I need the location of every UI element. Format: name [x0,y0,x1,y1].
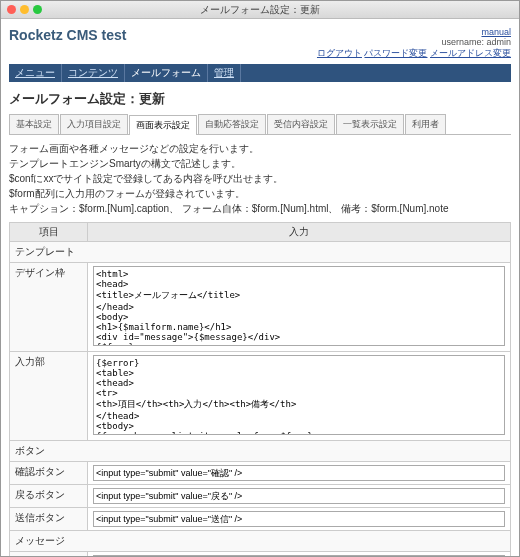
label-confirm-button: 確認ボタン [10,462,88,485]
link-mail-change[interactable]: メールアドレス変更 [430,48,511,58]
site-title: Rocketz CMS test [9,27,126,43]
section-button: ボタン [10,441,511,462]
nav-menu[interactable]: メニュー [9,64,62,82]
input-input-message[interactable] [93,555,505,556]
col-input: 入力 [88,223,511,242]
label-back-button: 戻るボタン [10,485,88,508]
link-manual[interactable]: manual [481,27,511,37]
textarea-design-frame[interactable] [93,266,505,346]
page-title: メールフォーム設定：更新 [9,90,511,108]
input-send-button[interactable] [93,511,505,527]
description: フォーム画面や各種メッセージなどの設定を行います。 テンプレートエンジンSmar… [9,141,511,216]
user-links: manual username: admin ログアウト パスワード変更 メール… [317,27,511,60]
nav-admin[interactable]: 管理 [208,64,241,82]
col-item: 項目 [10,223,88,242]
link-password-change[interactable]: パスワード変更 [364,48,427,58]
tab-autoreply[interactable]: 自動応答設定 [198,114,266,134]
textarea-input-part[interactable] [93,355,505,435]
tab-list[interactable]: 一覧表示設定 [336,114,404,134]
label-design-frame: デザイン枠 [10,263,88,352]
settings-table: 項目 入力 テンプレート デザイン枠 入力部 ボタン [9,222,511,556]
tab-display[interactable]: 画面表示設定 [129,115,197,135]
tab-basic[interactable]: 基本設定 [9,114,59,134]
nav-mailform[interactable]: メールフォーム [125,64,208,82]
label-send-button: 送信ボタン [10,508,88,531]
input-back-button[interactable] [93,488,505,504]
tab-users[interactable]: 利用者 [405,114,446,134]
label-input-message: 入力メッセージ [10,552,88,557]
tab-input-items[interactable]: 入力項目設定 [60,114,128,134]
section-template: テンプレート [10,242,511,263]
tab-receive[interactable]: 受信内容設定 [267,114,335,134]
username-label: username: admin [441,37,511,47]
main-nav: メニュー コンテンツ メールフォーム 管理 [9,64,511,82]
section-message: メッセージ [10,531,511,552]
label-input-part: 入力部 [10,352,88,441]
window-titlebar: メールフォーム設定：更新 [1,1,519,19]
window-title: メールフォーム設定：更新 [1,3,519,17]
link-logout[interactable]: ログアウト [317,48,362,58]
nav-contents[interactable]: コンテンツ [62,64,125,82]
tabs: 基本設定 入力項目設定 画面表示設定 自動応答設定 受信内容設定 一覧表示設定 … [9,114,511,135]
input-confirm-button[interactable] [93,465,505,481]
